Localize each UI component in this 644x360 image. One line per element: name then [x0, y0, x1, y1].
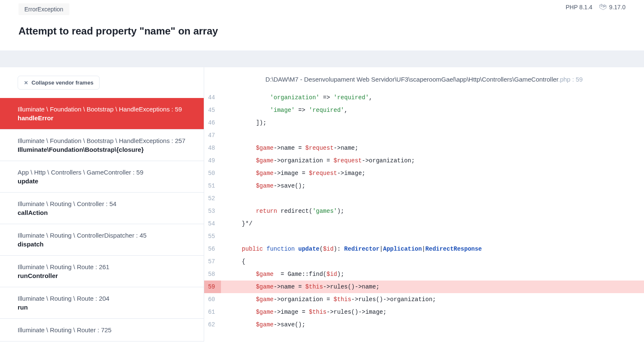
line-content: $game->name = $request->name;: [221, 142, 358, 154]
frame-namespace: Illuminate \ Foundation \ Bootstrap \ Ha…: [18, 106, 186, 113]
code-line: 56 public function update($id): Redirect…: [204, 243, 644, 255]
line-content: [221, 192, 228, 205]
stack-frame[interactable]: App \ Http \ Controllers \ GameControlle…: [0, 161, 204, 193]
frame-namespace: App \ Http \ Controllers \ GameControlle…: [18, 169, 186, 176]
line-number: 52: [204, 192, 221, 205]
line-content: $game->image = $this->rules()->image;: [221, 306, 386, 318]
file-ext: .php: [558, 76, 570, 83]
code-line: 52: [204, 192, 644, 205]
error-message: Attempt to read property "name" on array: [18, 25, 626, 37]
version-info: PHP 8.1.4 9.17.0: [566, 3, 626, 11]
code-line: 59 $game->name = $this->rules()->name;: [204, 281, 644, 293]
code-line: 48 $game->name = $request->name;: [204, 142, 644, 154]
code-line: 53 return redirect('games');: [204, 205, 644, 217]
frame-namespace: Illuminate \ Routing \ Controller : 54: [18, 200, 186, 207]
collapse-label: Collapse vendor frames: [32, 79, 93, 86]
frame-namespace: Illuminate \ Routing \ Router : 725: [18, 326, 186, 334]
code-line: 46 ]);: [204, 116, 644, 129]
code-lines: 44 'organization' => 'required',45 'imag…: [204, 91, 644, 331]
line-content: {: [221, 255, 245, 268]
line-content: return redirect('games');: [221, 205, 344, 217]
line-content: $game->organization = $request->organiza…: [221, 154, 415, 167]
frame-method: runController: [18, 272, 186, 279]
line-content: public function update($id): Redirector|…: [221, 243, 482, 255]
line-number: 60: [204, 293, 221, 306]
code-line: 55: [204, 230, 644, 243]
line-number: 61: [204, 306, 221, 318]
line-number: 49: [204, 154, 221, 167]
line-content: $game->save();: [221, 318, 305, 331]
stack-frame[interactable]: Illuminate \ Routing \ Route : 261runCon…: [0, 256, 204, 287]
laravel-version: 9.17.0: [609, 4, 626, 11]
line-number: 62: [204, 318, 221, 331]
line-number: 58: [204, 268, 221, 281]
line-number: 50: [204, 167, 221, 180]
line-number: 47: [204, 129, 221, 142]
line-content: }*/: [221, 217, 252, 230]
section-spacer: [0, 50, 644, 67]
line-content: $game->name = $this->rules()->name;: [221, 281, 379, 293]
code-line: 49 $game->organization = $request->organ…: [204, 154, 644, 167]
code-line: 47: [204, 129, 644, 142]
file-path-prefix: D:\DAW\M7 - Desenvolupament Web Servidor…: [265, 76, 558, 83]
line-content: [221, 129, 228, 142]
line-content: $game->save();: [221, 180, 305, 192]
laravel-version-item: 9.17.0: [599, 3, 626, 11]
line-number: 45: [204, 104, 221, 116]
frame-namespace: Illuminate \ Foundation \ Bootstrap \ Ha…: [18, 137, 186, 144]
code-line: 61 $game->image = $this->rules()->image;: [204, 306, 644, 318]
stack-trace-sidebar: ✕ Collapse vendor frames Illuminate \ Fo…: [0, 67, 204, 341]
line-content: 'organization' => 'required',: [221, 91, 372, 104]
line-number: 57: [204, 255, 221, 268]
stack-frame[interactable]: Illuminate \ Routing \ ControllerDispatc…: [0, 224, 204, 256]
code-line: 62 $game->save();: [204, 318, 644, 331]
exception-type-badge: ErrorException: [18, 3, 69, 15]
line-number: 59: [204, 281, 221, 293]
stack-frame[interactable]: Illuminate \ Foundation \ Bootstrap \ Ha…: [0, 130, 204, 161]
code-line: 50 $game->image = $request->image;: [204, 167, 644, 180]
code-line: 54 }*/: [204, 217, 644, 230]
line-content: $game->organization = $this->rules()->or…: [221, 293, 436, 306]
code-line: 45 'image' => 'required',: [204, 104, 644, 116]
error-header: ErrorException PHP 8.1.4 9.17.0 Attempt …: [0, 0, 644, 50]
frame-method: dispatch: [18, 241, 186, 248]
code-line: 51 $game->save();: [204, 180, 644, 192]
frame-method: handleError: [18, 114, 186, 122]
stack-frame[interactable]: Illuminate \ Routing \ Router : 725: [0, 319, 204, 341]
frame-method: update: [18, 177, 186, 185]
file-path: D:\DAW\M7 - Desenvolupament Web Servidor…: [204, 67, 644, 91]
code-line: 60 $game->organization = $this->rules()-…: [204, 293, 644, 306]
line-number: 46: [204, 116, 221, 129]
line-number: 44: [204, 91, 221, 104]
line-content: [221, 230, 228, 243]
frame-namespace: Illuminate \ Routing \ Route : 261: [18, 263, 186, 270]
frame-namespace: Illuminate \ Routing \ ControllerDispatc…: [18, 232, 186, 239]
line-number: 48: [204, 142, 221, 154]
stack-frame[interactable]: Illuminate \ Routing \ Controller : 54ca…: [0, 193, 204, 224]
frame-method: run: [18, 304, 186, 311]
code-line: 44 'organization' => 'required',: [204, 91, 644, 104]
php-version: PHP 8.1.4: [566, 4, 593, 11]
frame-method: Illuminate\Foundation\Bootstrap\{closure…: [18, 146, 186, 153]
line-content: $game = Game::find($id);: [221, 268, 344, 281]
stack-frame[interactable]: Illuminate \ Routing \ Route : 204run: [0, 287, 204, 319]
main-content: ✕ Collapse vendor frames Illuminate \ Fo…: [0, 67, 644, 341]
line-number: 54: [204, 217, 221, 230]
line-content: 'image' => 'required',: [221, 104, 348, 116]
line-content: ]);: [221, 116, 266, 129]
line-number: 55: [204, 230, 221, 243]
laravel-icon: [599, 3, 607, 11]
file-line-number: 59: [576, 76, 583, 83]
frame-method: callAction: [18, 209, 186, 216]
collapse-icon: ✕: [24, 80, 28, 86]
header-top-row: ErrorException PHP 8.1.4 9.17.0: [18, 3, 626, 15]
code-panel: D:\DAW\M7 - Desenvolupament Web Servidor…: [204, 67, 644, 341]
line-number: 53: [204, 205, 221, 217]
collapse-vendor-frames-button[interactable]: ✕ Collapse vendor frames: [18, 76, 100, 90]
code-line: 57 {: [204, 255, 644, 268]
line-content: $game->image = $request->image;: [221, 167, 365, 180]
line-number: 56: [204, 243, 221, 255]
code-line: 58 $game = Game::find($id);: [204, 268, 644, 281]
frame-namespace: Illuminate \ Routing \ Route : 204: [18, 295, 186, 302]
stack-frame[interactable]: Illuminate \ Foundation \ Bootstrap \ Ha…: [0, 98, 204, 130]
